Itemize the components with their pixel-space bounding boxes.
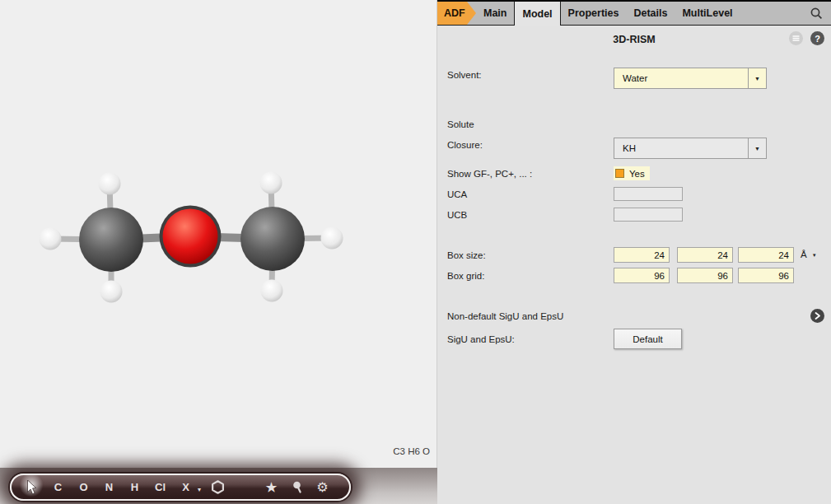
viewer-toolbar-strip: C O N H Cl X ▾ ★: [0, 468, 437, 504]
chevron-right-icon: [813, 311, 822, 320]
unit-caret-icon[interactable]: ▾: [813, 252, 816, 259]
settings-gear-icon[interactable]: ⚙: [314, 479, 331, 495]
element-button-oxygen[interactable]: O: [75, 481, 92, 493]
viewer-toolbar: C O N H Cl X ▾ ★: [10, 474, 351, 501]
pin-tool-icon[interactable]: [288, 480, 306, 494]
panel-title: 3D-RISM: [437, 34, 831, 45]
element-button-nitrogen[interactable]: N: [100, 481, 118, 493]
solvent-value: Water: [614, 73, 748, 83]
box-size-x-input[interactable]: [614, 247, 670, 263]
show-gf-checkbox[interactable]: Yes: [614, 166, 650, 180]
element-button-chlorine[interactable]: Cl: [152, 481, 169, 493]
tab-multilevel[interactable]: MultiLevel: [675, 2, 740, 25]
box-size-y-input[interactable]: [677, 247, 733, 263]
help-button[interactable]: ?: [810, 31, 824, 45]
atom-hydrogen[interactable]: [99, 173, 121, 195]
atom-hydrogen[interactable]: [260, 172, 282, 194]
molecule-3d-canvas[interactable]: [0, 0, 437, 468]
dropdown-arrow-icon[interactable]: ▼: [748, 68, 766, 88]
checkbox-checked-icon: [615, 169, 624, 178]
ucb-input[interactable]: [614, 208, 683, 222]
angstrom-unit-label[interactable]: Å: [801, 250, 807, 259]
nondefault-sigu-label: Non-default SigU and EpsU: [447, 311, 563, 321]
tab-bar: ADF Main Model Properties Details MultiL…: [437, 0, 831, 26]
ring-tool-icon[interactable]: [209, 480, 226, 494]
box-size-label: Box size:: [447, 250, 486, 260]
solvent-label: Solvent:: [447, 70, 482, 80]
tab-properties[interactable]: Properties: [561, 2, 627, 25]
atom-hydrogen[interactable]: [321, 227, 343, 250]
atom-hydrogen[interactable]: [261, 280, 283, 302]
show-gf-value: Yes: [629, 169, 645, 179]
show-gf-label: Show GF-, PC+, ... :: [447, 169, 532, 179]
dropdown-arrow-icon[interactable]: ▼: [748, 138, 766, 158]
atom-hydrogen[interactable]: [40, 228, 62, 250]
box-grid-x-input[interactable]: [614, 268, 670, 283]
atom-carbon-left[interactable]: [79, 208, 143, 272]
element-button-carbon[interactable]: C: [49, 481, 67, 493]
atom-hydrogen[interactable]: [100, 281, 123, 303]
atom-oxygen[interactable]: [163, 209, 218, 264]
uca-input[interactable]: [614, 187, 683, 201]
box-grid-y-input[interactable]: [677, 268, 733, 283]
search-button[interactable]: [810, 2, 831, 25]
sigu-default-button[interactable]: Default: [614, 329, 682, 349]
box-grid-label: Box grid:: [447, 271, 484, 281]
box-size-z-input[interactable]: [738, 247, 794, 263]
molecular-formula: C3 H6 O: [346, 446, 435, 456]
tab-details[interactable]: Details: [626, 2, 675, 25]
molecule-viewport[interactable]: C3 H6 O C O N H Cl X ▾: [0, 0, 437, 504]
ucb-label: UCB: [447, 210, 467, 220]
tab-adf[interactable]: ADF: [437, 2, 476, 25]
pointer-tool-icon[interactable]: [21, 480, 41, 495]
box-grid-z-input[interactable]: [738, 268, 794, 283]
panel-menu-button[interactable]: [789, 31, 803, 45]
element-picker-caret-icon[interactable]: ▾: [198, 486, 201, 493]
input-panel: ADF Main Model Properties Details MultiL…: [437, 0, 831, 504]
atom-carbon-right[interactable]: [240, 207, 305, 271]
closure-label: Closure:: [447, 140, 483, 150]
tab-model[interactable]: Model: [514, 2, 560, 26]
element-button-hydrogen[interactable]: H: [126, 481, 143, 493]
search-icon: [810, 7, 824, 21]
closure-value: KH: [614, 143, 748, 153]
solute-heading: Solute: [447, 119, 474, 129]
hamburger-icon: [791, 34, 801, 43]
element-button-other[interactable]: X: [177, 481, 194, 493]
sigu-epsu-label: SigU and EpsU:: [447, 334, 515, 344]
solvent-dropdown[interactable]: Water ▼: [614, 68, 767, 89]
adf-input-window: C3 H6 O C O N H Cl X ▾: [0, 0, 831, 504]
tab-main[interactable]: Main: [476, 2, 514, 25]
closure-dropdown[interactable]: KH ▼: [614, 138, 767, 159]
uca-label: UCA: [447, 189, 467, 199]
expand-section-button[interactable]: [810, 309, 824, 323]
structures-star-icon[interactable]: ★: [263, 480, 280, 495]
